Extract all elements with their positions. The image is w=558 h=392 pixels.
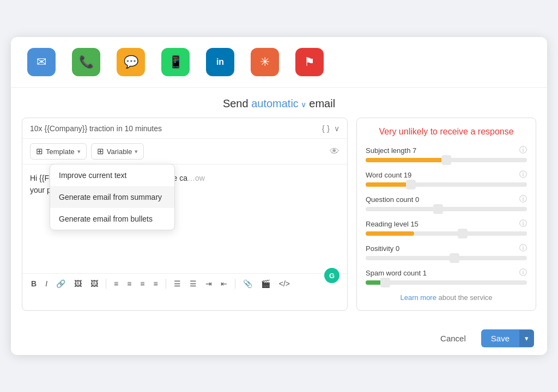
- save-chevron-button[interactable]: ▾: [519, 330, 534, 347]
- format-bar: B I 🔗 🖼 🖼 ≡ ≡ ≡ ≡ ☰ ☰ ⇥ ⇤ 📎 🎬 </>: [22, 273, 347, 293]
- header-auto[interactable]: automatic: [251, 97, 299, 109]
- stat-row-1: Word count 19ⓘ: [366, 170, 527, 187]
- footer: Cancel Save ▾: [11, 322, 547, 355]
- stat-info-icon-3[interactable]: ⓘ: [519, 219, 527, 229]
- save-button-group: Save ▾: [481, 329, 534, 347]
- variable-label: Variable: [107, 148, 132, 156]
- image-block-button[interactable]: 🖼: [88, 278, 100, 289]
- align-center-button[interactable]: ≡: [125, 278, 134, 289]
- bold-button[interactable]: B: [29, 278, 39, 289]
- save-button[interactable]: Save: [481, 329, 519, 347]
- stat-info-icon-1[interactable]: ⓘ: [519, 170, 527, 180]
- brackets-btn[interactable]: { }: [322, 124, 330, 133]
- toolbar-row: ⊞ Template ▾ ⊞ Variable ▾ 👁 Improve curr…: [22, 139, 347, 164]
- stat-label-text-2: Question count 0: [366, 195, 419, 204]
- content-area: 10x {{Company}} traction in 10 minutes {…: [11, 118, 547, 322]
- variable-chevron-icon: ▾: [135, 148, 138, 155]
- editor-panel: 10x {{Company}} traction in 10 minutes {…: [22, 118, 348, 311]
- subject-bar: 10x {{Company}} traction in 10 minutes {…: [22, 118, 347, 139]
- stat-info-icon-4[interactable]: ⓘ: [519, 243, 527, 253]
- template-button[interactable]: ⊞ Template ▾: [30, 143, 87, 160]
- stat-bar-bg-5: [366, 280, 527, 285]
- bullet-list-button[interactable]: ☰: [172, 278, 183, 289]
- stat-bar-fill-0: [366, 158, 446, 162]
- whatsapp-icon-btn[interactable]: 📱: [161, 48, 190, 76]
- header-suffix: email: [306, 97, 335, 109]
- indent-button[interactable]: ⇥: [203, 278, 214, 289]
- stat-info-icon-5[interactable]: ⓘ: [519, 268, 527, 278]
- stat-info-icon-0[interactable]: ⓘ: [519, 145, 527, 155]
- stat-bar-thumb-3[interactable]: [458, 229, 468, 238]
- stat-bar-thumb-5[interactable]: [380, 278, 390, 287]
- stat-bar-fill-3: [366, 231, 414, 236]
- stat-row-0: Subject length 7ⓘ: [366, 145, 527, 162]
- justify-button[interactable]: ≡: [151, 278, 160, 289]
- outdent-button[interactable]: ⇤: [219, 278, 229, 289]
- stat-label-text-4: Positivity 0: [366, 244, 399, 253]
- stats-title: Very unlikely to receive a response: [366, 127, 527, 137]
- stat-row-5: Spam word count 1ⓘ: [366, 268, 527, 285]
- chevron-icon[interactable]: ∨: [299, 100, 306, 109]
- separator-2: [166, 279, 166, 289]
- stat-row-4: Positivity 0ⓘ: [366, 243, 527, 260]
- email-body-faded: …ow: [187, 174, 205, 182]
- linkedin-icon-btn[interactable]: in: [206, 48, 234, 76]
- attachment-button[interactable]: 📎: [241, 278, 254, 289]
- asterisk-icon-btn[interactable]: ✳: [251, 48, 279, 76]
- email-icon-btn[interactable]: ✉: [27, 48, 56, 76]
- eye-icon[interactable]: 👁: [330, 146, 339, 157]
- align-right-button[interactable]: ≡: [138, 278, 147, 289]
- stat-label-2: Question count 0ⓘ: [366, 194, 527, 204]
- stat-label-text-5: Spam word count 1: [366, 269, 427, 277]
- stat-label-3: Reading level 15ⓘ: [366, 219, 527, 229]
- learn-more-link[interactable]: Learn more: [400, 293, 436, 302]
- dropdown-item-summary[interactable]: Generate email from summary: [50, 186, 174, 208]
- stat-bar-thumb-1[interactable]: [406, 180, 416, 189]
- subject-text: 10x {{Company}} traction in 10 minutes: [30, 124, 318, 133]
- grammarly-button[interactable]: G: [324, 268, 339, 283]
- page-header: Send automatic ∨ email: [11, 88, 547, 118]
- variable-button[interactable]: ⊞ Variable ▾: [91, 143, 144, 160]
- italic-button[interactable]: I: [43, 278, 50, 289]
- stat-bar-fill-1: [366, 182, 411, 187]
- stats-panel: Very unlikely to receive a response Subj…: [356, 118, 536, 311]
- stat-info-icon-2[interactable]: ⓘ: [519, 194, 527, 204]
- stat-bar-thumb-4[interactable]: [450, 253, 459, 263]
- icon-bar: ✉ 📞 💬 📱 in ✳ ⚑: [11, 37, 547, 88]
- number-list-button[interactable]: ☰: [187, 278, 199, 289]
- image-inline-button[interactable]: 🖼: [72, 278, 84, 289]
- stat-row-3: Reading level 15ⓘ: [366, 219, 527, 236]
- template-chevron-icon: ▾: [77, 148, 81, 155]
- template-label: Template: [46, 148, 75, 156]
- dropdown-menu: Improve current text Generate email from…: [50, 164, 175, 230]
- video-button[interactable]: 🎬: [259, 278, 272, 289]
- learn-more: Learn more about the service: [366, 293, 527, 302]
- separator-3: [235, 279, 235, 289]
- code-button[interactable]: </>: [277, 278, 292, 289]
- stat-label-text-0: Subject length 7: [366, 146, 416, 155]
- stats-rows: Subject length 7ⓘWord count 19ⓘQuestion …: [366, 145, 527, 285]
- stat-bar-thumb-0[interactable]: [441, 155, 451, 165]
- stat-label-1: Word count 19ⓘ: [366, 170, 527, 180]
- stat-bar-thumb-2[interactable]: [433, 204, 443, 214]
- stat-label-0: Subject length 7ⓘ: [366, 145, 527, 155]
- dropdown-item-bullets[interactable]: Generate email from bullets: [50, 208, 174, 230]
- stat-label-text-1: Word count 19: [366, 171, 411, 179]
- stat-label-4: Positivity 0ⓘ: [366, 243, 527, 253]
- layers-icon: ⊞: [36, 146, 43, 156]
- flag-icon-btn[interactable]: ⚑: [295, 48, 324, 76]
- align-left-button[interactable]: ≡: [112, 278, 120, 289]
- subject-chevron-icon[interactable]: ∨: [334, 124, 339, 133]
- dropdown-item-improve[interactable]: Improve current text: [50, 164, 174, 186]
- chat-icon-btn[interactable]: 💬: [117, 48, 145, 76]
- variable-layers-icon: ⊞: [97, 146, 104, 156]
- cancel-button[interactable]: Cancel: [432, 329, 475, 347]
- stat-bar-bg-3: [366, 231, 527, 236]
- link-button[interactable]: 🔗: [54, 278, 68, 289]
- main-container: ✉ 📞 💬 📱 in ✳ ⚑ Send automatic ∨ email 10…: [11, 37, 547, 355]
- stat-row-2: Question count 0ⓘ: [366, 194, 527, 211]
- phone-icon-btn[interactable]: 📞: [72, 48, 100, 76]
- stat-bar-bg-2: [366, 207, 527, 211]
- stat-label-text-3: Reading level 15: [366, 220, 418, 228]
- separator-1: [106, 279, 106, 289]
